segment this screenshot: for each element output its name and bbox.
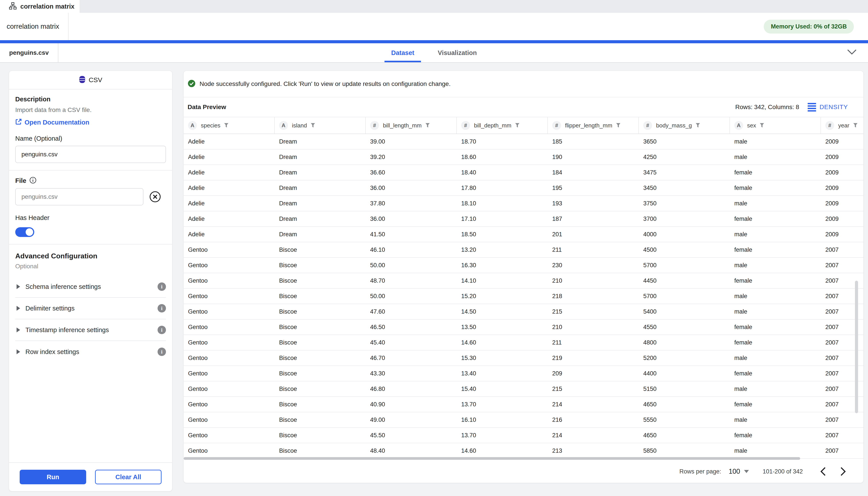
has-header-toggle[interactable]	[15, 227, 34, 237]
table-cell: female	[730, 335, 821, 350]
filter-icon[interactable]	[760, 123, 764, 128]
next-page-button[interactable]	[837, 465, 849, 478]
previous-page-button[interactable]	[817, 465, 829, 478]
table-cell: 18.10	[457, 196, 548, 211]
density-button[interactable]: DENSITY	[808, 103, 848, 111]
filter-icon[interactable]	[425, 123, 430, 128]
table-cell: 50.00	[366, 258, 457, 273]
filter-icon[interactable]	[515, 123, 520, 128]
chevron-down-icon[interactable]	[847, 49, 856, 56]
column-header-island[interactable]: Aisland	[275, 117, 366, 134]
table-cell: 215	[548, 382, 639, 397]
advanced-configuration-subtitle: Optional	[15, 263, 166, 270]
table-cell: 36.00	[366, 211, 457, 226]
name-input[interactable]	[15, 146, 166, 163]
advanced-section-schema-inference-settings[interactable]: Schema inference settingsi	[15, 276, 166, 298]
filter-icon[interactable]	[616, 123, 621, 128]
table-cell: Biscoe	[275, 320, 366, 335]
horizontal-scrollbar[interactable]	[184, 457, 800, 460]
description-section: Description Import data from a CSV file.…	[9, 90, 172, 170]
tab-visualization[interactable]: Visualization	[436, 43, 478, 62]
table-cell: 43.30	[366, 366, 457, 381]
caret-right-icon	[17, 327, 20, 332]
tab-dataset[interactable]: Dataset	[390, 43, 416, 62]
table-cell: 4550	[639, 320, 730, 335]
table-cell: 5200	[639, 351, 730, 366]
file-input[interactable]	[15, 188, 143, 205]
table-cell: Dream	[275, 181, 366, 196]
table-cell: 41.50	[366, 227, 457, 242]
description-label: Description	[15, 96, 166, 103]
table-cell: Gentoo	[184, 382, 275, 397]
table-cell: Adelie	[184, 211, 275, 226]
external-link-icon	[15, 118, 22, 126]
workflow-tab[interactable]: correlation matrix	[0, 0, 79, 13]
column-name: island	[292, 122, 307, 129]
filter-icon[interactable]	[853, 123, 858, 128]
column-header-bill_depth_mm[interactable]: #bill_depth_mm	[457, 117, 548, 134]
info-icon[interactable]: i	[157, 326, 166, 334]
table-cell: male	[730, 227, 821, 242]
table-row: AdelieDream36.0017.101873700female2009	[184, 211, 863, 227]
column-type-icon: #	[552, 121, 561, 130]
open-documentation-link[interactable]: Open Documentation	[15, 118, 89, 126]
run-button[interactable]: Run	[20, 470, 86, 484]
workflow-tab-title: correlation matrix	[20, 3, 75, 10]
advanced-section-timestamp-inference-settings[interactable]: Timestamp inference settingsi	[15, 319, 166, 341]
column-header-year[interactable]: #year	[821, 117, 863, 134]
table-cell: 2009	[821, 181, 863, 196]
table-row: GentooBiscoe47.6014.502155400male2007	[184, 304, 863, 320]
caret-right-icon	[17, 350, 20, 354]
status-message: Node successfully configured. Click 'Run…	[200, 80, 451, 88]
table-cell: female	[730, 181, 821, 196]
table-row: GentooBiscoe45.4014.602114800female2007	[184, 335, 863, 351]
table-cell: 190	[548, 150, 639, 165]
filter-icon[interactable]	[310, 123, 315, 128]
clear-all-button[interactable]: Clear All	[95, 470, 162, 484]
table-cell: female	[730, 165, 821, 180]
advanced-section-delimiter-settings[interactable]: Delimiter settingsi	[15, 298, 166, 319]
filter-icon[interactable]	[696, 123, 700, 128]
table-cell: Biscoe	[275, 289, 366, 304]
column-name: sex	[747, 122, 756, 129]
table-cell: 37.80	[366, 196, 457, 211]
rows-per-page-select[interactable]: 100	[729, 467, 749, 476]
table-cell: Adelie	[184, 227, 275, 242]
table-cell: 5550	[639, 412, 730, 427]
density-icon	[808, 103, 816, 111]
clear-file-button[interactable]	[148, 189, 163, 204]
table-cell: Gentoo	[184, 397, 275, 412]
advanced-section-row-index-settings[interactable]: Row index settingsi	[15, 341, 166, 362]
column-header-flipper_length_mm[interactable]: #flipper_length_mm	[548, 117, 639, 134]
table-cell: 16.10	[457, 412, 548, 427]
info-icon[interactable]: i	[157, 304, 166, 312]
info-icon[interactable]	[29, 177, 36, 185]
vertical-scrollbar[interactable]	[855, 281, 858, 413]
column-type-icon: #	[370, 121, 379, 130]
table-cell: 15.30	[457, 351, 548, 366]
table-cell: Biscoe	[275, 335, 366, 350]
table-cell: 46.80	[366, 382, 457, 397]
table-cell: 2007	[821, 443, 863, 458]
table-cell: 13.20	[457, 242, 548, 257]
table-cell: 5700	[639, 289, 730, 304]
table-row: GentooBiscoe49.0016.102165550male2007	[184, 412, 863, 428]
table-row: GentooBiscoe46.1013.202114500female2007	[184, 242, 863, 258]
column-header-body_mass_g[interactable]: #body_mass_g	[639, 117, 730, 134]
column-header-sex[interactable]: Asex	[730, 117, 821, 134]
table-cell: 5700	[639, 258, 730, 273]
filter-icon[interactable]	[224, 123, 229, 128]
table-cell: 46.70	[366, 351, 457, 366]
file-tab[interactable]: penguins.csv	[0, 43, 58, 62]
table-cell: 13.70	[457, 428, 548, 443]
column-type-icon: A	[734, 121, 743, 130]
pagination-footer: Rows per page: 100 101-200 of 342	[184, 460, 863, 483]
info-icon[interactable]: i	[157, 347, 166, 356]
advanced-configuration-title: Advanced Configuration	[15, 252, 166, 260]
table-cell: Gentoo	[184, 242, 275, 257]
column-header-species[interactable]: Aspecies	[184, 117, 275, 134]
info-icon[interactable]: i	[157, 282, 166, 291]
column-header-bill_length_mm[interactable]: #bill_length_mm	[366, 117, 457, 134]
table-cell: 2009	[821, 165, 863, 180]
table-cell: 45.40	[366, 335, 457, 350]
